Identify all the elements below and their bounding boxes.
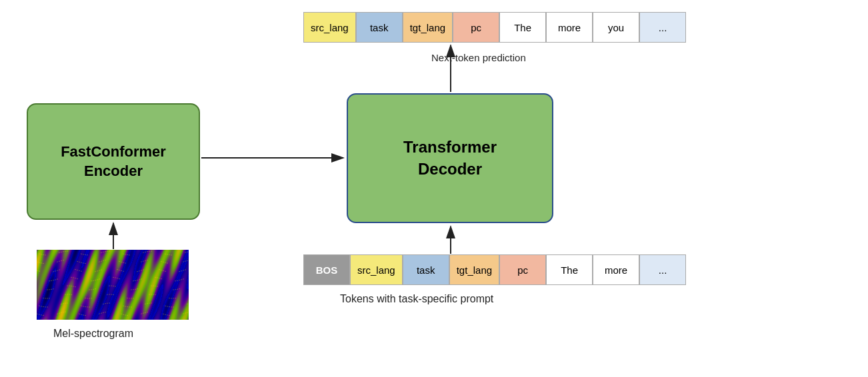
token-ellipsis-bottom: ... (639, 254, 686, 285)
token-task-top: task (356, 12, 403, 43)
token-pc-bottom: pc (499, 254, 546, 285)
diagram-container: src_lang task tgt_lang pc The more you .… (0, 0, 868, 377)
token-src-lang-bottom: src_lang (350, 254, 403, 285)
mel-spectrogram-label: Mel-spectrogram (53, 328, 133, 340)
next-token-prediction-label: Next-token prediction (431, 52, 526, 63)
token-pc-top: pc (453, 12, 499, 43)
token-the-top: The (499, 12, 546, 43)
decoder-label: TransformerDecoder (403, 137, 497, 180)
token-tgt-lang-top: tgt_lang (403, 12, 453, 43)
token-more-bottom: more (593, 254, 639, 285)
token-the-bottom: The (546, 254, 593, 285)
tokens-prompt-label: Tokens with task-specific prompt (340, 293, 493, 305)
decoder-block: TransformerDecoder (347, 93, 553, 223)
top-token-row: src_lang task tgt_lang pc The more you .… (303, 12, 686, 43)
token-ellipsis-top: ... (639, 12, 686, 43)
token-src-lang-top: src_lang (303, 12, 356, 43)
token-tgt-lang-bottom: tgt_lang (449, 254, 499, 285)
token-task-bottom: task (403, 254, 449, 285)
mel-spectrogram-image (37, 250, 189, 320)
token-more-top: more (546, 12, 593, 43)
bottom-token-row: BOS src_lang task tgt_lang pc The more .… (303, 254, 686, 285)
token-you-top: you (593, 12, 639, 43)
token-bos-bottom: BOS (303, 254, 350, 285)
encoder-block: FastConformerEncoder (27, 103, 200, 220)
encoder-label: FastConformerEncoder (61, 143, 166, 181)
